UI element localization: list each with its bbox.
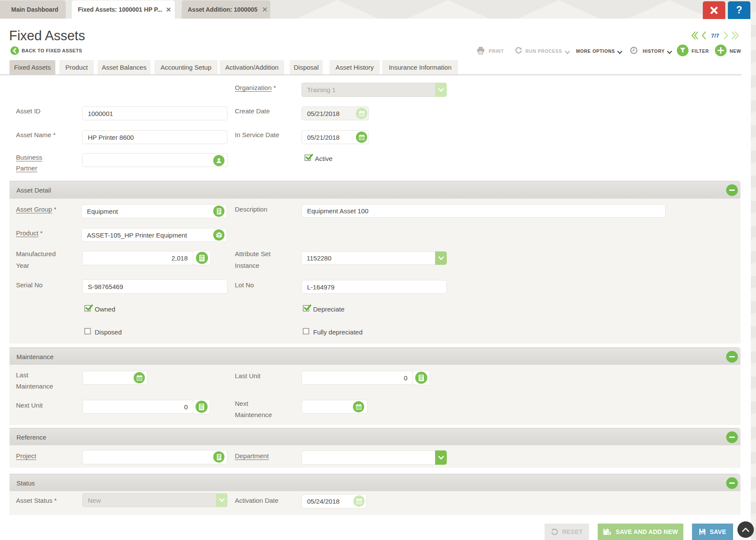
svg-text:7/7: 7/7 (711, 32, 719, 39)
